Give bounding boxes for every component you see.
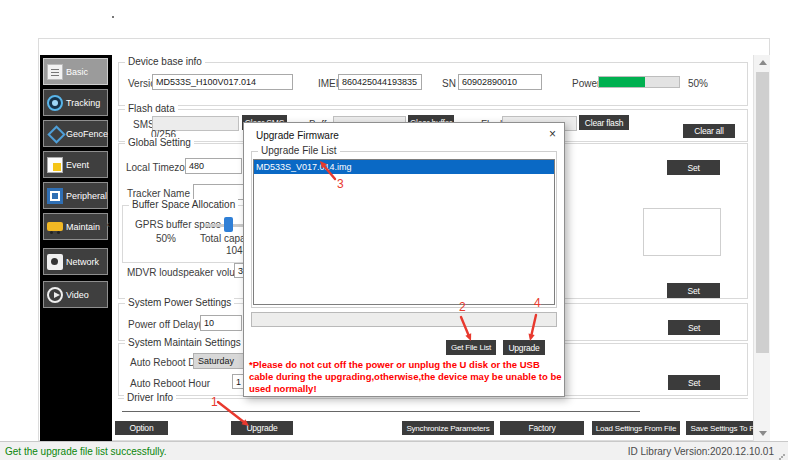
tracker-name-label: Tracker Name bbox=[127, 188, 190, 199]
sidebar-item-network[interactable]: Network bbox=[43, 248, 108, 275]
power-bar-fill bbox=[599, 77, 645, 87]
clear-flash-button[interactable]: Clear flash bbox=[579, 115, 629, 130]
synchronize-parameters-button[interactable]: Synchronize Parameters bbox=[402, 421, 494, 435]
imei-label: IMEI bbox=[318, 78, 339, 89]
sidebar: Basic Tracking GeoFence Event Peripheral… bbox=[40, 55, 112, 441]
sidebar-item-label: Tracking bbox=[66, 98, 100, 108]
power-label: Power bbox=[572, 78, 600, 89]
annotation-step-3: 3 bbox=[337, 177, 344, 191]
annotation-step-1: 1 bbox=[211, 395, 218, 409]
upgrade-firmware-dialog: Upgrade Firmware × Upgrade File List MD5… bbox=[243, 122, 565, 397]
reboot-day-value: Saturday bbox=[198, 356, 234, 366]
timezone-field[interactable]: 480 bbox=[185, 158, 242, 174]
power-set-button[interactable]: Set bbox=[668, 320, 720, 335]
scroll-down-icon[interactable] bbox=[754, 426, 771, 441]
power-off-delay-field[interactable]: 10 bbox=[200, 315, 242, 331]
page: Device Manager 6.0.2.3 – □ × Basic Track… bbox=[0, 0, 788, 465]
timezone-set-button[interactable]: Set bbox=[667, 160, 720, 175]
event-icon bbox=[47, 157, 63, 173]
dialog-title: Upgrade Firmware bbox=[256, 130, 339, 141]
maintain-set-button[interactable]: Set bbox=[668, 375, 720, 390]
sidebar-item-event[interactable]: Event bbox=[43, 151, 108, 178]
group-title: System Power Settings bbox=[125, 297, 234, 308]
version-field[interactable]: MD533S_H100V017.014 bbox=[152, 74, 293, 90]
group-title: Upgrade File List bbox=[258, 145, 340, 156]
resize-grip-icon bbox=[783, 454, 785, 456]
mdvr-set-button[interactable]: Set bbox=[667, 283, 720, 298]
geofence-icon bbox=[47, 126, 63, 142]
maintain-icon bbox=[47, 219, 63, 235]
group-title: Flash data bbox=[125, 103, 178, 114]
sidebar-item-label: Basic bbox=[66, 67, 88, 77]
option-button[interactable]: Option bbox=[115, 421, 168, 435]
sidebar-item-geofence[interactable]: GeoFence bbox=[43, 120, 108, 147]
reboot-hour-label: Auto Reboot Hour bbox=[130, 378, 210, 389]
annotation-step-4: 4 bbox=[534, 296, 541, 310]
vertical-scrollbar bbox=[753, 55, 770, 441]
power-percent: 50% bbox=[688, 78, 708, 89]
dialog-upgrade-button[interactable]: Upgrade bbox=[503, 340, 545, 355]
status-message: Get the upgrade file list successfully. bbox=[5, 446, 167, 457]
video-icon bbox=[47, 287, 63, 303]
driver-info-field[interactable] bbox=[122, 411, 640, 412]
network-icon bbox=[47, 254, 63, 270]
sidebar-item-label: Peripheral bbox=[66, 191, 107, 201]
status-bar: Get the upgrade file list successfully. … bbox=[0, 441, 788, 460]
imei-field[interactable]: 860425044193835 bbox=[338, 74, 422, 90]
sidebar-item-basic[interactable]: Basic bbox=[43, 58, 108, 85]
group-title: Device base info bbox=[125, 56, 205, 67]
dialog-close-icon[interactable]: × bbox=[549, 127, 556, 141]
sidebar-item-maintain[interactable]: Maintain bbox=[43, 213, 108, 240]
sidebar-collapse-icon[interactable]: « bbox=[104, 218, 110, 230]
sn-label: SN bbox=[442, 78, 456, 89]
clear-all-button[interactable]: Clear all bbox=[683, 124, 735, 138]
sidebar-item-label: Network bbox=[66, 257, 99, 267]
group-title: Driver Info bbox=[124, 392, 176, 403]
power-bar bbox=[598, 76, 680, 88]
sidebar-item-label: GeoFence bbox=[66, 129, 108, 139]
gprs-buffer-slider-handle[interactable] bbox=[224, 217, 233, 232]
get-file-list-button[interactable]: Get File List bbox=[446, 340, 496, 355]
peripheral-icon bbox=[47, 188, 63, 204]
gprs-buffer-percent: 50% bbox=[156, 233, 176, 244]
mdvr-volume-label: MDVR loudspeaker volume bbox=[127, 267, 249, 278]
library-version: ID Library Version:2020.12.10.01 bbox=[628, 446, 774, 457]
factory-button[interactable]: Factory bbox=[500, 421, 584, 435]
sidebar-item-peripheral[interactable]: Peripheral bbox=[43, 182, 108, 209]
upgrade-progress-bar bbox=[251, 312, 557, 327]
scroll-up-icon[interactable] bbox=[754, 55, 771, 70]
basic-icon bbox=[47, 64, 63, 80]
scrollbar-thumb[interactable] bbox=[756, 72, 769, 353]
load-settings-button[interactable]: Load Settings From File bbox=[592, 421, 680, 435]
upgrade-file-list: MD533S_V017.014.img bbox=[253, 159, 555, 305]
screen-artifact-dot bbox=[112, 16, 114, 18]
sidebar-item-label: Video bbox=[66, 290, 89, 300]
sidebar-item-tracking[interactable]: Tracking bbox=[43, 89, 108, 116]
group-title: Global Setting bbox=[125, 137, 194, 148]
tracking-icon bbox=[47, 95, 63, 111]
sidebar-item-video[interactable]: Video bbox=[43, 281, 108, 308]
text-panel[interactable] bbox=[643, 208, 721, 256]
group-title: Buffer Space Allocation bbox=[129, 199, 238, 210]
file-list-item[interactable]: MD533S_V017.014.img bbox=[254, 160, 554, 174]
sidebar-item-label: Maintain bbox=[66, 222, 100, 232]
sidebar-item-label: Event bbox=[66, 160, 89, 170]
sn-field[interactable]: 60902890010 bbox=[458, 74, 542, 90]
group-title: System Maintain Settings bbox=[125, 337, 244, 348]
upgrade-warning-text: *Please do not cut off the power or unpl… bbox=[249, 359, 563, 395]
annotation-step-2: 2 bbox=[459, 300, 466, 314]
upgrade-button[interactable]: Upgrade bbox=[231, 421, 293, 435]
